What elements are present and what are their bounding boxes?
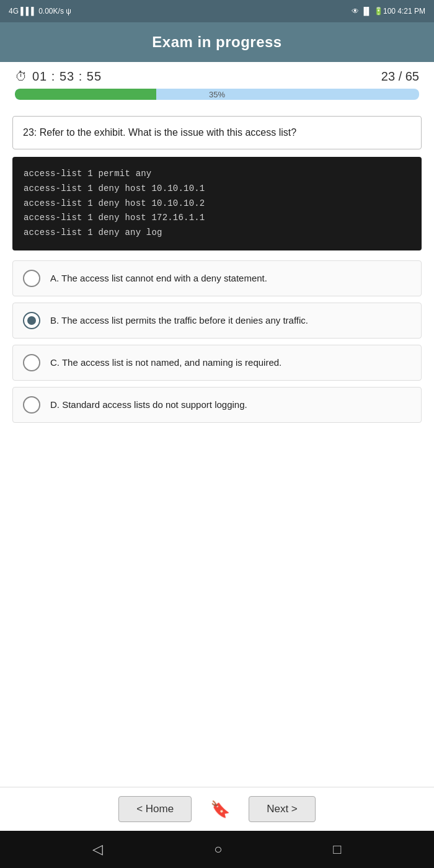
status-bar: 4G ▌▌▌ 0.00K/s ψ 👁 ▐▌ 🔋100 4:21 PM xyxy=(0,0,434,22)
status-signal: 4G ▌▌▌ 0.00K/s ψ xyxy=(9,7,71,16)
option-a[interactable]: A. The access list cannot end with a den… xyxy=(12,260,422,296)
progress-bar-label: 35% xyxy=(15,89,419,100)
option-c[interactable]: C. The access list is not named, and nam… xyxy=(12,345,422,381)
question-count: 23 / 65 xyxy=(381,69,419,84)
timer-icon: ⏱ xyxy=(15,69,27,84)
home-button[interactable]: < Home xyxy=(118,796,192,822)
status-right: 👁 ▐▌ 🔋100 4:21 PM xyxy=(352,7,425,16)
timer-display: 01 : 53 : 55 xyxy=(32,69,102,84)
timer-left: ⏱ 01 : 53 : 55 xyxy=(15,69,102,84)
progress-bar-bg: 35% xyxy=(15,89,419,100)
next-button[interactable]: Next > xyxy=(249,796,316,822)
recent-icon[interactable]: □ xyxy=(333,841,341,857)
option-c-text: C. The access list is not named, and nam… xyxy=(50,356,281,370)
option-d-text: D. Standard access lists do not support … xyxy=(50,398,247,412)
option-a-text: A. The access list cannot end with a den… xyxy=(50,272,267,286)
bookmark-button[interactable]: 🔖 xyxy=(210,800,230,819)
timer-section: ⏱ 01 : 53 : 55 23 / 65 xyxy=(0,62,434,84)
bottom-nav: < Home 🔖 Next > xyxy=(0,787,434,831)
radio-b-fill xyxy=(27,316,36,325)
question-box: 23: Refer to the exhibit. What is the is… xyxy=(12,116,422,149)
code-line-3: access-list 1 deny host 10.10.10.2 xyxy=(24,197,410,211)
option-b-text: B. The access list permits the traffic b… xyxy=(50,314,308,328)
radio-d[interactable] xyxy=(23,396,40,414)
radio-a[interactable] xyxy=(23,270,40,287)
exam-header: Exam in progress xyxy=(0,22,434,62)
status-icons: 👁 ▐▌ 🔋100 4:21 PM xyxy=(352,7,425,16)
code-line-4: access-list 1 deny host 172.16.1.1 xyxy=(24,211,410,226)
radio-b[interactable] xyxy=(23,312,40,329)
option-d[interactable]: D. Standard access lists do not support … xyxy=(12,387,422,423)
question-text: 23: Refer to the exhibit. What is the is… xyxy=(23,127,296,138)
radio-c[interactable] xyxy=(23,354,40,371)
status-left: 4G ▌▌▌ 0.00K/s ψ xyxy=(9,7,71,16)
code-line-5: access-list 1 deny any log xyxy=(24,226,410,241)
code-line-1: access-list 1 permit any xyxy=(24,167,410,182)
progress-bar-wrapper: 35% xyxy=(0,84,434,108)
spacer xyxy=(0,436,434,787)
back-icon[interactable]: ◁ xyxy=(92,841,103,857)
option-b[interactable]: B. The access list permits the traffic b… xyxy=(12,303,422,339)
code-block: access-list 1 permit any access-list 1 d… xyxy=(12,157,422,250)
home-icon[interactable]: ○ xyxy=(214,841,222,857)
exam-title: Exam in progress xyxy=(152,33,281,50)
code-line-2: access-list 1 deny host 10.10.10.1 xyxy=(24,182,410,197)
android-navbar: ◁ ○ □ xyxy=(0,831,434,868)
question-area: 23: Refer to the exhibit. What is the is… xyxy=(0,108,434,436)
